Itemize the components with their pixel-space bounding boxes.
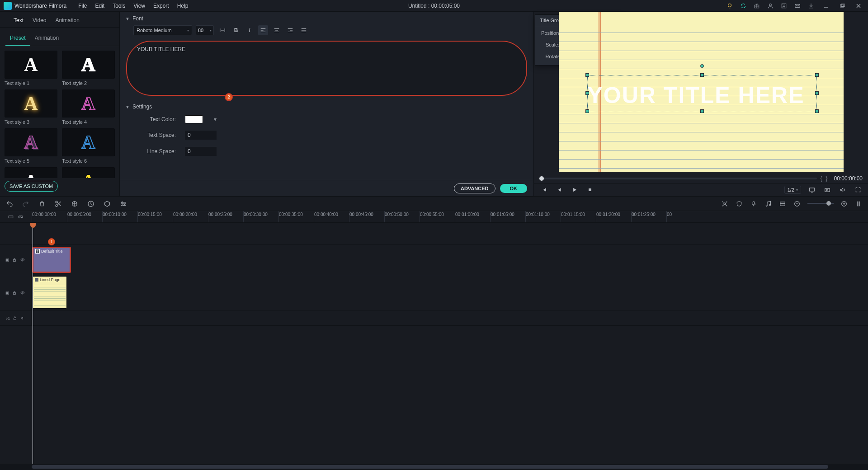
selection-handle[interactable] — [585, 73, 589, 77]
undo-button[interactable] — [5, 200, 14, 208]
advanced-button[interactable]: ADVANCED — [454, 183, 495, 193]
audio-icon[interactable] — [838, 185, 847, 194]
ripple-icon[interactable] — [8, 214, 14, 220]
zoom-in-button[interactable] — [840, 200, 848, 208]
italic-button[interactable]: I — [245, 25, 255, 35]
menu-help[interactable]: Help — [174, 1, 192, 11]
display-icon[interactable] — [807, 185, 816, 194]
text-color-dropdown[interactable]: ▾ — [212, 115, 218, 123]
preset-item[interactable]: A — [5, 167, 57, 178]
selection-handle[interactable] — [815, 109, 819, 113]
fullscreen-icon[interactable] — [854, 185, 863, 194]
delete-button[interactable] — [38, 200, 46, 208]
align-left-button[interactable] — [258, 25, 268, 35]
save-as-custom-button[interactable]: SAVE AS CUSTOM — [5, 181, 58, 192]
preset-item[interactable]: AText style 4 — [62, 89, 115, 125]
mark-in-icon[interactable]: { — [821, 175, 822, 182]
timeline-scrollbar[interactable] — [0, 464, 868, 470]
lock-icon[interactable] — [13, 315, 17, 321]
selection-handle[interactable] — [700, 109, 704, 113]
track-toggle-icon[interactable]: ▣ — [5, 258, 9, 262]
crop-button[interactable] — [71, 200, 79, 208]
title-text-input[interactable] — [126, 41, 527, 96]
menu-file[interactable]: File — [75, 1, 90, 11]
speaker-icon[interactable] — [20, 316, 25, 320]
eye-icon[interactable] — [19, 291, 26, 295]
font-family-select[interactable]: Roboto Medium ▾ — [133, 25, 192, 35]
selection-handle[interactable] — [585, 91, 589, 95]
subtab-animation[interactable]: Animation — [30, 32, 63, 46]
preset-item[interactable]: AText style 1 — [5, 51, 57, 86]
font-size-select[interactable]: 80 ▾ — [196, 25, 214, 35]
text-color-swatch[interactable] — [185, 115, 203, 123]
menu-view[interactable]: View — [130, 1, 149, 11]
font-section-header[interactable]: ▼ Font — [120, 12, 533, 25]
selection-handle[interactable] — [585, 109, 589, 113]
menu-tools[interactable]: Tools — [109, 1, 129, 11]
selection-handle[interactable] — [700, 73, 704, 77]
save-icon[interactable] — [779, 1, 788, 10]
music-icon[interactable] — [764, 200, 772, 208]
marker-button[interactable] — [103, 200, 111, 208]
user-icon[interactable] — [766, 1, 775, 10]
rotation-handle[interactable] — [700, 64, 704, 68]
align-justify-button[interactable] — [299, 25, 309, 35]
track-toggle-icon[interactable]: ▣ — [5, 291, 9, 295]
letter-spacing-icon[interactable] — [217, 25, 227, 35]
window-close-button[interactable] — [853, 0, 864, 12]
link-icon[interactable] — [18, 214, 24, 220]
window-minimize-button[interactable] — [820, 0, 832, 12]
preset-item[interactable]: AText style 2 — [62, 51, 115, 86]
download-icon[interactable] — [807, 1, 816, 10]
selection-handle[interactable] — [815, 73, 819, 77]
align-right-button[interactable] — [285, 25, 295, 35]
preset-item[interactable]: AText style 5 — [5, 128, 57, 164]
timeline-ruler[interactable]: 00:00:00:0000:00:05:0000:00:10:0000:00:1… — [0, 211, 868, 223]
speed-button[interactable] — [87, 200, 95, 208]
settings-section-header[interactable]: ▼ Settings — [120, 100, 533, 113]
selection-box[interactable] — [587, 75, 817, 111]
shield-icon[interactable] — [735, 200, 743, 208]
preset-item[interactable]: AText style 6 — [62, 128, 115, 164]
settings-button[interactable] — [119, 200, 127, 208]
tab-text[interactable]: Text — [9, 14, 28, 27]
fit-zoom-icon[interactable] — [854, 200, 863, 208]
eye-icon[interactable] — [19, 258, 26, 262]
line-space-input[interactable] — [185, 147, 217, 156]
selection-handle[interactable] — [815, 91, 819, 95]
split-button[interactable] — [54, 200, 62, 208]
gift-icon[interactable] — [752, 1, 761, 10]
bulb-icon[interactable] — [725, 1, 734, 10]
menu-export[interactable]: Export — [150, 1, 173, 11]
mail-icon[interactable] — [793, 1, 802, 10]
stop-button[interactable] — [585, 185, 594, 194]
playhead[interactable] — [33, 223, 33, 464]
text-space-input[interactable] — [185, 131, 217, 140]
preview-scrubber[interactable] — [539, 178, 817, 179]
menu-edit[interactable]: Edit — [92, 1, 108, 11]
window-maximize-button[interactable] — [836, 0, 848, 12]
play-backward-button[interactable] — [555, 185, 564, 194]
preset-item[interactable]: AText style 3 — [5, 89, 57, 125]
preview-canvas[interactable]: YOUR TITLE HERE — [559, 12, 844, 172]
zoom-out-button[interactable] — [793, 200, 801, 208]
mark-out-icon[interactable]: } — [826, 175, 828, 182]
bold-button[interactable]: B — [231, 25, 241, 35]
preset-item[interactable]: A — [62, 167, 115, 178]
mix-icon[interactable] — [721, 200, 729, 208]
subtab-preset[interactable]: Preset — [5, 32, 30, 46]
timeline-clip-video[interactable]: Lined Page — [33, 276, 67, 309]
ok-button[interactable]: OK — [500, 184, 528, 193]
redo-button[interactable] — [22, 200, 30, 208]
lock-icon[interactable] — [12, 290, 17, 296]
timeline-clip-title[interactable]: TDefault Title — [33, 247, 71, 273]
preview-zoom-select[interactable]: 1/2▾ — [784, 186, 801, 194]
play-button[interactable] — [570, 185, 579, 194]
lock-icon[interactable] — [12, 257, 17, 263]
prev-frame-button[interactable] — [539, 185, 548, 194]
mic-icon[interactable] — [750, 200, 758, 208]
sync-icon[interactable] — [739, 1, 748, 10]
align-center-button[interactable] — [272, 25, 282, 35]
tab-video[interactable]: Video — [28, 14, 51, 27]
snapshot-icon[interactable] — [823, 185, 832, 194]
